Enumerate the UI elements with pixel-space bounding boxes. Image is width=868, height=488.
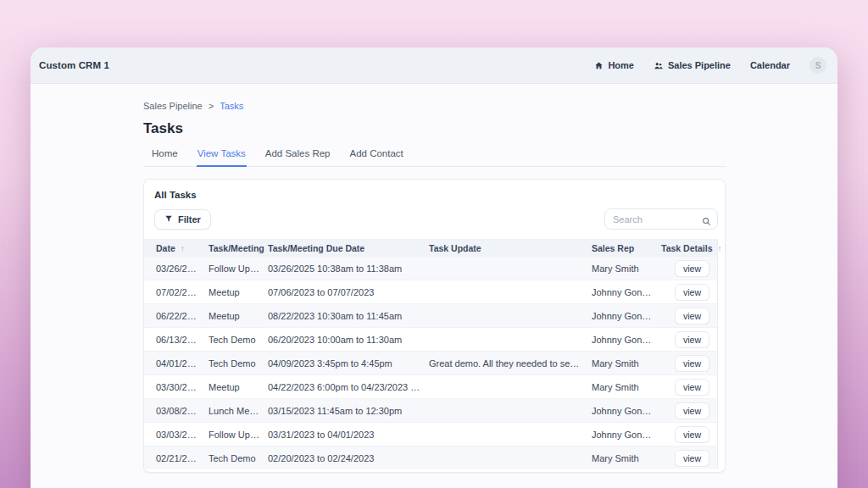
cell-rep: Mary Smith [592, 263, 661, 274]
nav-home[interactable]: Home [594, 60, 634, 70]
cell-due: 04/22/2023 6:00pm to 04/23/2023 8:00pm [268, 382, 429, 392]
cell-task: Tech Demo [209, 453, 268, 463]
nav-sales-pipeline[interactable]: Sales Pipeline [654, 60, 731, 70]
cell-task-details: view [661, 379, 717, 396]
table-row: 03/08/2023Lunch Meeting03/15/2023 11:45a… [144, 399, 717, 422]
breadcrumb: Sales Pipeline > Tasks [143, 101, 726, 111]
view-task-button[interactable]: view [675, 402, 709, 419]
cell-date: 02/21/2023 [156, 453, 209, 463]
cell-rep: Mary Smith [592, 453, 661, 463]
home-icon [594, 61, 604, 70]
user-avatar[interactable]: S [810, 57, 826, 74]
cell-due: 02/20/2023 to 02/24/2023 [268, 453, 429, 463]
tab-bar: HomeView TasksAdd Sales RepAdd Contact [143, 148, 726, 167]
cell-task: Tech Demo [209, 335, 268, 345]
table-row: 07/02/2023Meetup07/06/2023 to 07/07/2023… [144, 280, 717, 304]
cell-task-details: view [661, 450, 717, 467]
breadcrumb-separator: > [209, 101, 214, 111]
table-row: 03/30/2023Meetup04/22/2023 6:00pm to 04/… [144, 374, 717, 399]
cell-rep: Mary Smith [592, 358, 661, 369]
cell-rep: Johnny Gonzalez [592, 311, 661, 321]
table-row: 06/13/2023Tech Demo06/20/2023 10:00am to… [144, 327, 717, 352]
table-body: 03/26/2025Follow Up Email03/26/2025 10:3… [144, 257, 717, 469]
cell-rep: Johnny Gonzalez [592, 430, 661, 440]
cell-rep: Mary Smith [592, 382, 661, 392]
cell-task: Tech Demo [209, 358, 268, 369]
cell-task: Meetup [209, 382, 268, 392]
cell-date: 03/26/2025 [156, 263, 209, 274]
table-row: 06/22/2023Meetup08/22/2023 10:30am to 11… [144, 304, 717, 327]
cell-task-details: view [661, 426, 717, 443]
nav-label: Home [608, 60, 634, 70]
desktop-background: Custom CRM 1 HomeSales PipelineCalendarS… [0, 0, 868, 488]
app-topbar: Custom CRM 1 HomeSales PipelineCalendarS [31, 47, 837, 84]
column-header-task-meeting-due-date[interactable]: Task/Meeting Due Date [268, 243, 429, 253]
cell-due: 03/31/2023 to 04/01/2023 [268, 430, 429, 440]
view-task-button[interactable]: view [675, 260, 709, 277]
cell-task: Meetup [209, 287, 268, 297]
topbar-nav: HomeSales PipelineCalendarS [594, 57, 826, 74]
cell-task-details: view [661, 260, 717, 277]
view-task-button[interactable]: view [675, 426, 709, 443]
column-header-task-meeting[interactable]: Task/Meeting [209, 243, 268, 253]
column-header-task-details[interactable]: Task Details↑ [661, 243, 722, 253]
tab-add-sales-rep[interactable]: Add Sales Rep [264, 148, 331, 167]
view-task-button[interactable]: view [675, 450, 709, 467]
column-header-date[interactable]: Date↑ [156, 243, 209, 253]
tasks-table: Date↑Task/MeetingTask/Meeting Due DateTa… [144, 239, 718, 469]
cell-task: Follow Up Email [209, 263, 268, 274]
table-row: 03/26/2025Follow Up Email03/26/2025 10:3… [144, 257, 717, 280]
filter-button[interactable]: Filter [154, 209, 211, 230]
nav-label: Sales Pipeline [668, 60, 731, 70]
cell-date: 04/01/2023 [156, 358, 209, 369]
cell-due: 04/09/2023 3:45pm to 4:45pm [268, 358, 429, 369]
view-task-button[interactable]: view [675, 331, 709, 348]
search-input[interactable] [604, 208, 718, 230]
cell-task-details: view [661, 284, 717, 301]
table-row: 04/01/2023Tech Demo04/09/2023 3:45pm to … [144, 352, 717, 374]
cell-task-details: view [661, 355, 717, 372]
cell-due: 07/06/2023 to 07/07/2023 [268, 287, 429, 297]
view-task-button[interactable]: view [675, 308, 709, 324]
page-content: Sales Pipeline > Tasks Tasks HomeView Ta… [31, 84, 837, 473]
sort-asc-icon: ↑ [181, 244, 185, 253]
cell-due: 06/20/2023 10:00am to 11:30am [268, 335, 429, 345]
tab-view-tasks[interactable]: View Tasks [197, 148, 247, 167]
app-window: Custom CRM 1 HomeSales PipelineCalendarS… [31, 47, 837, 488]
breadcrumb-current[interactable]: Tasks [220, 101, 243, 111]
cell-date: 03/03/2023 [156, 430, 209, 440]
cell-due: 03/26/2025 10:38am to 11:38am [268, 263, 429, 274]
cell-date: 03/30/2023 [156, 382, 209, 392]
tab-add-contact[interactable]: Add Contact [349, 148, 404, 167]
table-row: 03/03/2023Follow Up Email03/31/2023 to 0… [144, 422, 717, 446]
cell-due: 08/22/2023 10:30am to 11:45am [268, 311, 429, 321]
filter-icon [164, 214, 173, 225]
cell-task: Follow Up Email [209, 430, 268, 440]
breadcrumb-parent[interactable]: Sales Pipeline [143, 101, 203, 111]
brand-title: Custom CRM 1 [39, 60, 109, 70]
view-task-button[interactable]: view [675, 355, 709, 372]
cell-due: 03/15/2023 11:45am to 12:30pm [268, 406, 429, 416]
tab-home[interactable]: Home [151, 148, 179, 167]
cell-rep: Johnny Gonzalez [592, 287, 661, 297]
view-task-button[interactable]: view [675, 379, 709, 396]
cell-rep: Johnny Gonzalez [592, 406, 661, 416]
cell-update: Great demo. All they needed to seal the … [429, 358, 592, 369]
column-header-task-update[interactable]: Task Update [429, 243, 592, 253]
column-header-sales-rep[interactable]: Sales Rep [592, 243, 661, 253]
cell-date: 03/08/2023 [156, 406, 209, 416]
cell-task-details: view [661, 308, 717, 324]
people-icon [654, 61, 664, 70]
page-title: Tasks [143, 120, 726, 137]
view-task-button[interactable]: view [675, 284, 709, 301]
cell-task: Lunch Meeting [209, 406, 268, 416]
table-header-row: Date↑Task/MeetingTask/Meeting Due DateTa… [144, 239, 717, 257]
sort-asc-icon: ↑ [718, 244, 722, 253]
table-row: 02/21/2023Tech Demo02/20/2023 to 02/24/2… [144, 446, 717, 469]
cell-rep: Johnny Gonzalez [592, 335, 661, 345]
search-box [604, 208, 718, 230]
nav-calendar[interactable]: Calendar [750, 60, 790, 70]
cell-task-details: view [661, 402, 717, 419]
cell-date: 06/13/2023 [156, 335, 209, 345]
nav-label: Calendar [750, 60, 790, 70]
